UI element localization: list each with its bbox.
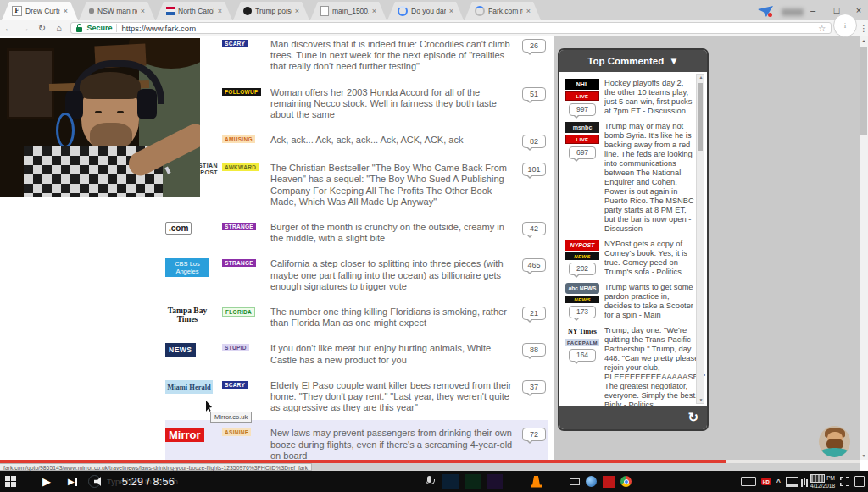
photoshop-icon[interactable] bbox=[442, 474, 459, 489]
story-comment-count[interactable]: 82 bbox=[522, 135, 546, 148]
story-headline-link[interactable]: The number one thing killing Floridians … bbox=[270, 307, 515, 329]
story-tag[interactable]: AWKWARD bbox=[222, 163, 259, 171]
microphone-icon[interactable] bbox=[427, 476, 431, 483]
browser-menu-icon[interactable]: ⋮ bbox=[860, 24, 868, 33]
panel-scrollbar[interactable] bbox=[696, 74, 704, 404]
story-source-logo[interactable]: Mirror bbox=[165, 428, 204, 442]
item-comment-count[interactable]: 202 bbox=[569, 263, 596, 275]
story-comment-count[interactable]: 51 bbox=[522, 87, 546, 101]
story-tag[interactable]: AMUSING bbox=[222, 135, 255, 143]
panel-scroll-down-icon[interactable]: ▼ bbox=[698, 396, 704, 404]
tab-close-icon[interactable]: × bbox=[64, 7, 68, 15]
story-comment-count[interactable]: 26 bbox=[522, 39, 546, 53]
tab-close-icon[interactable]: × bbox=[526, 7, 531, 15]
story-headline-link[interactable]: Burger of the month is crunchy on the ou… bbox=[270, 222, 515, 244]
malwarebytes-icon[interactable] bbox=[548, 474, 564, 489]
tray-clock[interactable]: PM 4/12/2018 bbox=[810, 474, 835, 489]
red-app-icon[interactable] bbox=[603, 476, 615, 488]
chrome-icon[interactable] bbox=[620, 476, 632, 487]
browser-tab[interactable]: North Carolina father-d × bbox=[156, 2, 232, 20]
refresh-icon[interactable]: ↻ bbox=[687, 410, 698, 425]
top-commented-item[interactable]: NYPOST NEWS 202 NYPost gets a copy of Co… bbox=[565, 240, 695, 277]
display-tray-icon[interactable] bbox=[786, 477, 798, 487]
back-button[interactable]: ← bbox=[0, 23, 17, 33]
after-effects-icon[interactable] bbox=[487, 474, 503, 489]
vlc-icon[interactable] bbox=[531, 476, 542, 488]
story-source-logo[interactable]: Miami Herald bbox=[165, 380, 213, 394]
item-headline-link[interactable]: NYPost gets a copy of Comey's book. Yes,… bbox=[604, 240, 695, 277]
story-headline-link[interactable]: Ack, ack... Ack, ack, ack... Ack, ACK, A… bbox=[270, 135, 515, 146]
story-tag[interactable]: SCARY bbox=[222, 381, 248, 389]
item-comment-count[interactable]: 173 bbox=[569, 306, 596, 318]
story-source-logo[interactable]: Tampa Bay Times bbox=[165, 307, 209, 323]
story-comment-count[interactable]: 88 bbox=[522, 343, 546, 357]
story-tag[interactable]: STUPID bbox=[222, 344, 249, 351]
window-minimize-button[interactable]: – bbox=[802, 0, 824, 20]
top-commented-item[interactable]: NHL LIVE 997 Hockey playoffs day 2, the … bbox=[565, 79, 695, 116]
tab-close-icon[interactable]: × bbox=[295, 7, 299, 15]
volume-icon[interactable] bbox=[94, 477, 105, 487]
item-comment-count[interactable]: 697 bbox=[569, 146, 596, 159]
app-sphere-icon[interactable] bbox=[586, 476, 597, 487]
start-button[interactable] bbox=[5, 476, 16, 487]
story-comment-count[interactable]: 465 bbox=[522, 258, 546, 272]
tray-chevron-icon[interactable]: ^ bbox=[776, 478, 781, 486]
panel-scroll-up-icon[interactable]: ▲ bbox=[698, 74, 704, 81]
story-source-logo[interactable]: .com bbox=[165, 222, 192, 235]
story-headline-link[interactable]: If you don't like meat but enjoy hurting… bbox=[270, 343, 515, 365]
dropdown-arrow-icon[interactable]: ▼ bbox=[669, 56, 678, 66]
reload-button[interactable]: ↻ bbox=[34, 23, 51, 34]
page-scrollbar[interactable]: ▲ ▼ bbox=[860, 36, 868, 460]
home-button[interactable]: ⌂ bbox=[51, 23, 68, 33]
story-comment-count[interactable]: 72 bbox=[522, 428, 546, 441]
story-headline-link[interactable]: New laws may prevent passengers from dri… bbox=[270, 428, 515, 460]
channel-avatar[interactable] bbox=[819, 426, 850, 457]
item-comment-count[interactable]: 164 bbox=[569, 349, 596, 362]
fullscreen-exit-icon[interactable] bbox=[840, 477, 849, 486]
story-headline-link[interactable]: California a step closer to splitting in… bbox=[270, 258, 515, 292]
story-source-logo[interactable]: NEWS bbox=[165, 343, 196, 357]
touch-keyboard-icon[interactable] bbox=[741, 477, 756, 486]
hd-badge-icon[interactable]: HD bbox=[761, 478, 771, 485]
item-headline-link[interactable]: Trump wants to get some pardon practice … bbox=[604, 283, 695, 320]
browser-tab[interactable]: Trump poised to pardon × bbox=[233, 2, 309, 20]
browser-tab[interactable]: NSW man nearly burnt a × bbox=[79, 2, 155, 20]
top-commented-header[interactable]: Top Commented ▼ bbox=[559, 50, 707, 72]
story-headline-link[interactable]: Woman offers her 2003 Honda Accord for a… bbox=[270, 87, 515, 121]
scrollbar-thumb[interactable] bbox=[860, 47, 867, 135]
dropbox-icon[interactable] bbox=[509, 474, 525, 489]
item-headline-link[interactable]: Trump, day one: "We're quitting the Tran… bbox=[604, 326, 705, 406]
item-headline-link[interactable]: Trump may or may not bomb Syria. It's li… bbox=[604, 122, 695, 234]
story-comment-count[interactable]: 21 bbox=[522, 307, 546, 320]
story-tag[interactable]: STRANGE bbox=[222, 223, 256, 230]
top-commented-item[interactable]: NY Times FACEPALM 164 Trump, day one: "W… bbox=[565, 326, 695, 406]
story-source-logo[interactable]: CBS Los Angeles bbox=[165, 258, 209, 277]
item-headline-link[interactable]: Hockey playoffs day 2, the other 10 team… bbox=[604, 79, 695, 116]
tab-close-icon[interactable]: × bbox=[449, 7, 453, 15]
usb-tray-icon[interactable] bbox=[804, 478, 805, 485]
display-settings-icon[interactable] bbox=[570, 478, 580, 485]
address-bar[interactable]: Secure https://www.fark.com ☆ bbox=[70, 22, 832, 34]
url-text[interactable]: https://www.fark.com bbox=[121, 24, 814, 33]
bookmark-star-icon[interactable]: ☆ bbox=[818, 24, 826, 33]
story-headline-link[interactable]: The Christian Bestseller "The Boy Who Ca… bbox=[270, 163, 515, 207]
story-comment-count[interactable]: 37 bbox=[522, 380, 546, 394]
play-button[interactable]: ▶ bbox=[42, 475, 51, 488]
story-headline-link[interactable]: Man discovers that it is indeed true: Cr… bbox=[270, 39, 515, 73]
browser-tab[interactable]: F Drew Curtis' FARK.com × bbox=[2, 2, 78, 20]
story-tag[interactable]: SCARY bbox=[222, 40, 248, 47]
browser-tab[interactable]: main_1500.jpg (1500×10 × bbox=[310, 2, 387, 20]
top-commented-item[interactable]: msnbc LIVE 697 Trump may or may not bomb… bbox=[565, 122, 695, 234]
item-comment-count[interactable]: 997 bbox=[569, 103, 596, 116]
tab-close-icon[interactable]: × bbox=[141, 7, 145, 15]
next-button[interactable]: ▶ bbox=[68, 477, 77, 486]
story-tag[interactable]: FLORIDA bbox=[222, 307, 255, 317]
story-comment-count[interactable]: 101 bbox=[522, 163, 546, 176]
tab-close-icon[interactable]: × bbox=[372, 7, 376, 15]
story-tag[interactable]: ASININE bbox=[222, 428, 251, 436]
forward-button[interactable]: → bbox=[17, 23, 34, 33]
story-tag[interactable]: STRANGE bbox=[222, 259, 256, 267]
browser-tab[interactable]: Fark.com redirect. × bbox=[465, 2, 541, 20]
story-comment-count[interactable]: 42 bbox=[522, 222, 546, 235]
story-tag[interactable]: FOLLOWUP bbox=[222, 88, 261, 96]
